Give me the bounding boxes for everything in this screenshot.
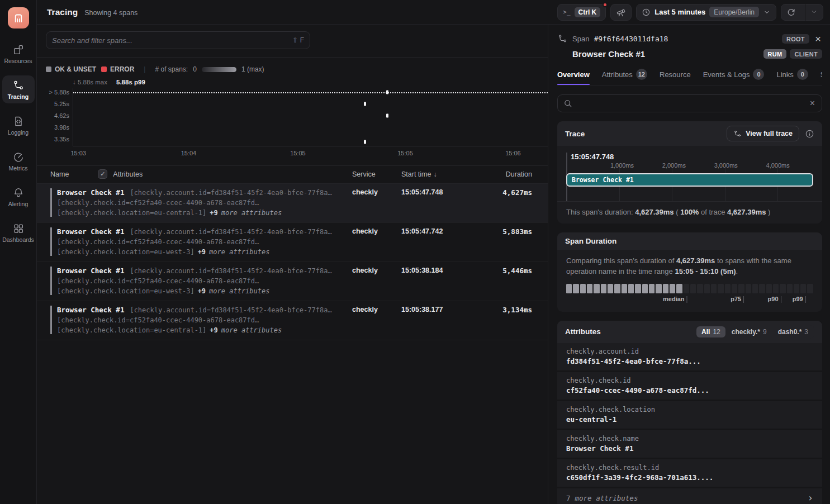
attribute-search: × — [557, 94, 822, 112]
histogram-cell — [663, 284, 668, 293]
histogram-cell — [725, 284, 731, 293]
histogram-cell — [656, 284, 661, 293]
sidebar-nav: Resources Tracing Logging — [2, 40, 35, 246]
histogram-cell — [635, 284, 641, 293]
info-icon[interactable] — [805, 129, 814, 139]
histogram-cell — [732, 284, 737, 293]
table-row[interactable]: Browser Check #1 [checkly.account.id=fd3… — [37, 262, 548, 301]
col-start-time[interactable]: Start time — [401, 170, 473, 178]
row-more-count: +9 — [210, 209, 217, 217]
sidebar-item-label: Logging — [8, 129, 29, 136]
ok-swatch — [46, 66, 51, 72]
y-tick: > 5.88s — [49, 89, 69, 96]
row-attr-inline: [checkly.account.id=fd384f51-45f2-4ea0-b… — [130, 267, 331, 275]
span-duration-card: Span Duration Comparing this span's dura… — [557, 232, 822, 312]
attribute-row[interactable]: checkly.check.id cf52fa40-ccec-4490-a678… — [557, 372, 822, 400]
tab-events-logs[interactable]: Events & Logs 0 — [703, 69, 765, 85]
filter-all[interactable]: All 12 — [696, 326, 725, 337]
tab-attributes[interactable]: Attributes 12 — [602, 69, 647, 85]
sidebar-item-tracing[interactable]: Tracing — [2, 75, 35, 103]
command-palette-button[interactable]: >_ Ctrl K — [557, 4, 606, 21]
percentile-p90: p90 — [768, 295, 781, 304]
sidebar: Resources Tracing Logging — [0, 0, 37, 504]
histogram-cell — [746, 284, 751, 293]
terminal-prompt-icon: >_ — [563, 8, 570, 16]
legend-ok[interactable]: OK & UNSET — [46, 65, 96, 73]
table-row[interactable]: Browser Check #1 [checkly.account.id=fd3… — [37, 223, 548, 262]
rum-badge: RUM — [763, 49, 787, 59]
time-range-picker[interactable]: Last 5 minutes Europe/Berlin — [636, 4, 776, 21]
attribute-value: cf52fa40-ccec-4490-a678-eac87fd... — [566, 386, 813, 394]
table-row[interactable]: Browser Check #1 [checkly.account.id=fd3… — [37, 301, 548, 340]
duration-histogram — [566, 284, 813, 293]
search-icon — [563, 99, 572, 108]
sidebar-item-metrics[interactable]: Metrics — [2, 147, 35, 175]
trace-duration-value: 4,627.39ms — [727, 208, 766, 216]
dash0-logo[interactable] — [8, 7, 29, 28]
span-point[interactable] — [386, 114, 388, 118]
attribute-search-input[interactable] — [577, 99, 804, 108]
spans-area: ⇧ F OK & UNSET ERROR | # of spans: 0 — [37, 25, 548, 504]
trace-icon — [733, 130, 742, 138]
refresh-interval-dropdown[interactable] — [805, 4, 823, 21]
span-search-input[interactable] — [52, 36, 292, 45]
close-icon[interactable]: × — [814, 34, 822, 44]
histogram-cell — [628, 284, 634, 293]
refresh-button[interactable] — [781, 4, 801, 21]
legend-error[interactable]: ERROR — [101, 65, 134, 73]
span-search: ⇧ F — [46, 31, 310, 49]
row-attr-text: [checkly.check.location=eu-central-1] — [57, 209, 206, 217]
explore-button[interactable] — [610, 4, 632, 21]
sidebar-item-logging[interactable]: Logging — [2, 111, 35, 139]
table-row[interactable]: Browser Check #1 [checkly.account.id=fd3… — [37, 184, 548, 223]
sidebar-item-dashboards[interactable]: Dashboards — [2, 218, 35, 246]
attribute-row[interactable]: checkly.account.id fd384f51-45f2-4ea0-bf… — [557, 343, 822, 370]
clock-icon — [642, 8, 651, 17]
spans-scale-max: 1 (max) — [241, 65, 264, 73]
timeline-ticks: 1,000ms 2,000ms 3,000ms 4,000ms — [571, 162, 813, 171]
tab-count-badge: 12 — [636, 69, 647, 80]
more-attributes-label: more attributes — [575, 494, 638, 502]
span-point[interactable] — [386, 91, 388, 94]
alerting-icon — [12, 187, 25, 199]
filter-checkly[interactable]: checkly.* 9 — [727, 326, 772, 337]
row-service: checkly — [352, 188, 401, 217]
sidebar-item-resources[interactable]: Resources — [2, 40, 35, 68]
row-duration: 3,134ms — [473, 306, 532, 334]
row-span-name: Browser Check #1 — [57, 306, 124, 314]
scatter-plot[interactable] — [73, 88, 548, 146]
p99-threshold-line — [73, 92, 548, 93]
percentile-row: median p75 p90 p99 — [566, 295, 813, 304]
span-point[interactable] — [364, 140, 366, 144]
row-start-time: 15:05:47.742 — [401, 227, 473, 256]
tab-overview[interactable]: Overview — [557, 69, 590, 85]
tab-resource[interactable]: Resource — [660, 69, 691, 85]
clear-search-icon[interactable]: × — [809, 99, 816, 108]
attribute-row[interactable]: checkly.check.location eu-central-1 — [557, 401, 822, 429]
row-start-time: 15:05:38.184 — [401, 267, 473, 295]
histogram-cell — [670, 284, 675, 293]
x-tick: 15:04 — [181, 150, 197, 156]
attribute-row[interactable]: checkly.check.result.id c650df1f-3a39-4f… — [557, 459, 822, 487]
histogram-cell — [580, 284, 586, 293]
tab-source[interactable]: Sour — [820, 69, 822, 85]
legend-ok-label: OK & UNSET — [55, 65, 96, 73]
trace-card: Trace View full trace — [557, 121, 822, 224]
attribute-row[interactable]: checkly.check.name Browser Check #1 — [557, 430, 822, 458]
density-gradient — [202, 67, 236, 72]
filter-dash0[interactable]: dash0.* 3 — [773, 326, 813, 337]
row-more-count: +9 — [210, 326, 217, 334]
view-full-trace-button[interactable]: View full trace — [727, 126, 799, 141]
more-attributes-row[interactable]: 7 more attributes › — [557, 488, 822, 504]
sidebar-item-alerting[interactable]: Alerting — [2, 183, 35, 211]
of-trace-label: of trace — [701, 208, 725, 216]
percentile-p75: p75 — [731, 295, 744, 304]
span-bar[interactable]: Browser Check #1 — [566, 173, 813, 187]
tab-links[interactable]: Links 0 — [776, 69, 808, 85]
col-service: Service — [352, 170, 401, 178]
attributes-checkbox[interactable] — [98, 169, 107, 179]
span-point[interactable] — [364, 102, 366, 106]
sidebar-item-label: Tracing — [8, 93, 29, 100]
max-annotation: ↓ 5.88s max — [73, 79, 107, 85]
histogram-cell — [642, 284, 648, 293]
